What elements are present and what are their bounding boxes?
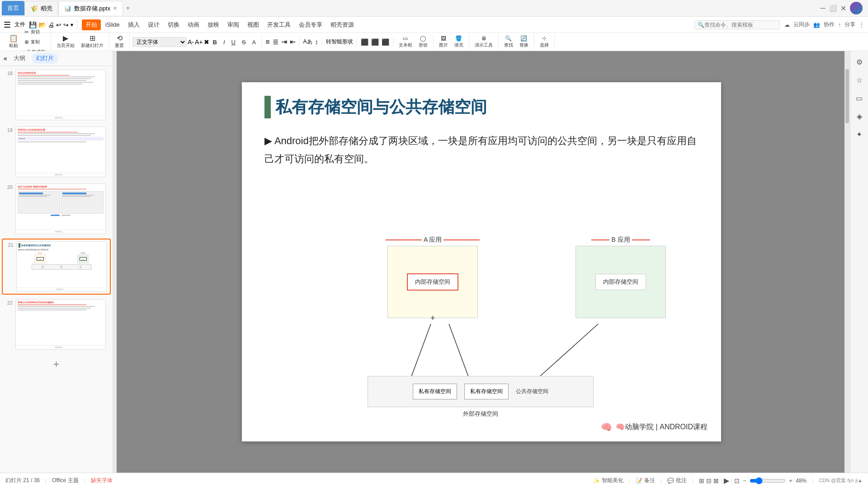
indent-decrease-icon[interactable]: ⇤ [289, 37, 297, 47]
align-right-icon[interactable]: ⬛ [381, 38, 390, 47]
bullet-list-icon[interactable]: ≡ [264, 37, 270, 47]
view-menu-btn[interactable]: 视图 [244, 19, 263, 30]
indent-increase-icon[interactable]: ⇥ [280, 37, 288, 47]
vertical-scrollbar[interactable] [844, 51, 850, 473]
fit-btn[interactable]: ⊡ [734, 477, 740, 484]
smart-beautify-btn[interactable]: ✨ 智能美化 [593, 477, 623, 484]
review-menu-btn[interactable]: 审阅 [224, 19, 243, 30]
zoom-in-btn[interactable]: ＋ [788, 477, 794, 485]
underline-button[interactable]: U [229, 38, 238, 47]
add-slide-area[interactable]: + [2, 354, 111, 374]
collab-icon[interactable]: 👥 [813, 22, 820, 28]
design-menu-btn[interactable]: 设计 [144, 19, 163, 30]
picture-button[interactable]: 🖼 图片 [436, 34, 451, 50]
normal-view-btn[interactable]: ⊞ [699, 477, 704, 484]
tab-home[interactable]: 首页 [2, 1, 24, 15]
find-replace-group: 🔍 查找 🔄 替换 [499, 34, 534, 50]
window-min-button[interactable]: ─ [821, 4, 826, 12]
undo-icon[interactable]: ↩ [56, 21, 61, 28]
font-size-decrease-icon[interactable]: A- [188, 38, 194, 46]
smart-align-icon[interactable]: 转智能形状 [325, 37, 354, 47]
more-quick-icon[interactable]: ▾ [71, 22, 73, 28]
right-panel-btn2[interactable]: ☆ [852, 73, 867, 87]
member-menu-btn[interactable]: 会员专享 [295, 19, 326, 30]
line-spacing-icon[interactable]: ↕ [314, 38, 319, 47]
cloud-sync-icon[interactable]: ☁ [784, 22, 790, 28]
tab-active-file[interactable]: 📊 数据存储.pptx ✕ [58, 1, 123, 15]
animate-menu-btn[interactable]: 动画 [184, 19, 203, 30]
select-button[interactable]: ⊹ 选择 [537, 34, 552, 50]
user-avatar[interactable] [850, 2, 863, 14]
bold-button[interactable]: B [210, 38, 220, 47]
font-selector-area: 正文字体 A- A+ ✖ [132, 37, 209, 47]
font-size-increase-icon[interactable]: A+ [195, 38, 203, 46]
right-panel-btn5[interactable]: ✦ [852, 127, 867, 141]
notes-btn[interactable]: 📝 备注 [636, 477, 655, 484]
search-input[interactable] [704, 22, 777, 28]
slide-item[interactable]: 19 利用SQLite记住滚动的位置 code block 动脑学院 | ... [2, 125, 111, 179]
slide-item-active[interactable]: 21 私有存储空间与公共存储空间 ▶ Android把外部存储分成了两块区域 A… [2, 239, 111, 295]
slide-item[interactable]: 18 优化记住滚动位域 动脑学院 | ... [2, 68, 111, 122]
slide-item[interactable]: 22 亲测公共空间和私有空间的存储路径 动脑学院 | ... [2, 297, 111, 352]
play-current-button[interactable]: ▶ 当页开始 [54, 33, 77, 50]
outline-tab[interactable]: 大纲 [9, 53, 30, 64]
slides-tab[interactable]: 幻灯片 [32, 53, 58, 64]
replace-button[interactable]: 🔄 替换 [517, 34, 531, 50]
right-panel-btn1[interactable]: ⚙ [852, 55, 867, 69]
font-color-button[interactable]: A [250, 38, 259, 47]
paste-button[interactable]: 📋 粘贴 [6, 33, 21, 50]
islide-menu-btn[interactable]: iSlide [102, 20, 123, 29]
shape-button[interactable]: ◯ 形状 [416, 34, 430, 50]
align-left-icon[interactable]: ⬛ [360, 38, 369, 47]
slide-title-area: 私有存储空间与公共存储空间 [242, 82, 721, 118]
search-box[interactable]: 🔍 [694, 20, 780, 29]
horizontal-scrollbar[interactable] [113, 51, 117, 473]
slide-thumbnail: 利用SQLite记住滚动的位置 code block 动脑学院 | ... [15, 127, 106, 177]
align-text-btn[interactable]: Aあ [302, 37, 313, 47]
present-tool-button[interactable]: 🖥 演示工具 [472, 34, 495, 50]
copy-button[interactable]: ⊕ 复制 [22, 38, 48, 47]
fill-button[interactable]: 🪣 填充 [452, 34, 466, 50]
playback-menu-btn[interactable]: 放映 [204, 19, 223, 30]
comments-btn[interactable]: 💬 批注 [667, 477, 687, 484]
zoom-out-btn[interactable]: － [741, 477, 748, 485]
play-btn[interactable]: ▶ [724, 476, 729, 485]
clear-format-icon[interactable]: ✖ [204, 38, 209, 46]
zoom-slider[interactable] [750, 477, 786, 484]
dev-menu-btn[interactable]: 开发工具 [264, 19, 294, 30]
status-separator5: | [692, 478, 693, 484]
window-restore-button[interactable]: ⬜ [829, 5, 837, 12]
window-close-button[interactable]: ✕ [840, 4, 846, 13]
sidebar-collapse-btn[interactable]: « [4, 55, 7, 62]
shell-res-menu-btn[interactable]: 稻壳资源 [327, 19, 358, 30]
slide-item[interactable]: 20 优化"记住滚动"数据示范效果 [2, 182, 111, 236]
redo-icon[interactable]: ↪ [63, 21, 69, 28]
right-panel-btn4[interactable]: ◈ [852, 109, 867, 123]
home-menu-btn[interactable]: 开始 [82, 19, 101, 30]
missing-font-label[interactable]: 缺失字体 [91, 477, 113, 484]
a-app-header: A 应用 [386, 236, 480, 244]
right-panel-btn3[interactable]: ▭ [852, 91, 867, 105]
font-family-select[interactable]: 正文字体 [132, 37, 187, 47]
share-icon[interactable]: ↑ [838, 22, 841, 28]
switch-menu-btn[interactable]: 切换 [164, 19, 183, 30]
slide-view-btn[interactable]: ⊠ [713, 477, 719, 484]
align-center-icon[interactable]: ⬛ [370, 38, 380, 47]
italic-button[interactable]: I [221, 38, 228, 47]
tab-shell[interactable]: 🌾 稻壳 [24, 1, 58, 15]
reset-button[interactable]: ⟲ 重置 [112, 33, 127, 50]
insert-menu-btn[interactable]: 插入 [124, 19, 143, 30]
reset-icon: ⟲ [117, 35, 123, 42]
outline-view-btn[interactable]: ⊟ [706, 477, 712, 484]
tab-close-icon[interactable]: ✕ [113, 5, 117, 11]
add-slide-icon[interactable]: + [53, 358, 59, 371]
play-icon: ▶ [63, 35, 68, 42]
find-button[interactable]: 🔍 查找 [501, 34, 516, 50]
strikethrough-button[interactable]: S [239, 38, 249, 47]
number-list-icon[interactable]: ≣ [272, 37, 279, 47]
more-menu-icon[interactable]: ⋮ [859, 22, 864, 28]
textbox-button[interactable]: ▭ 文本框 [396, 34, 415, 50]
new-tab-button[interactable]: + [123, 4, 132, 12]
new-slide-button[interactable]: ⊞ 新建幻灯片 [78, 33, 106, 50]
cut-button[interactable]: ✂ 剪切 [22, 28, 48, 37]
